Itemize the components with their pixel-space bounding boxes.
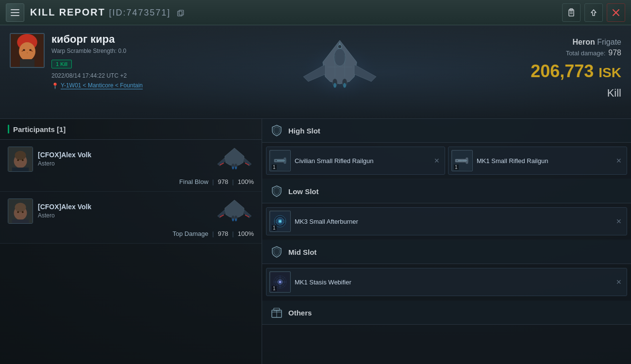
clipboard-icon xyxy=(567,8,576,17)
ship-type: Frigate xyxy=(597,38,621,46)
svg-point-29 xyxy=(338,45,342,49)
others-icon xyxy=(270,306,283,319)
victim-text: киборг кира Warp Scramble Strength: 0.0 … xyxy=(51,33,165,89)
location-text: Y-1W01 < Manticore < Fountain xyxy=(61,82,143,89)
mid-slot-header: Mid Slot xyxy=(262,240,631,264)
svg-point-58 xyxy=(235,218,237,221)
close-button[interactable] xyxy=(607,3,625,22)
slot-item-qty-low-1: 1 xyxy=(272,225,277,231)
slot-item-name-mid-1: MK1 Stasis Webifier xyxy=(295,279,351,286)
others-header: Others xyxy=(262,301,631,325)
slot-item-remove-high-1[interactable]: ✕ xyxy=(434,157,440,165)
menu-button[interactable] xyxy=(6,3,24,22)
participant-ship-svg-1 xyxy=(215,146,254,172)
header-right: Heron Frigate Total damage: 978 206,773 … xyxy=(515,33,621,111)
slot-item-low-1[interactable]: 1 MK3 Small Afterburner ✕ xyxy=(266,207,627,235)
low-slot-shield-icon xyxy=(270,185,283,198)
participant-ship-svg-2 xyxy=(215,198,254,224)
title-text: KILL REPORT xyxy=(30,7,105,17)
svg-point-24 xyxy=(333,83,336,88)
participant-ship-2: Astero xyxy=(38,212,210,219)
participant-damage-2: 978 xyxy=(218,230,229,237)
close-icon xyxy=(612,9,620,17)
high-slot-title: High Slot xyxy=(288,127,320,135)
kill-location[interactable]: 📍 Y-1W01 < Manticore < Fountain xyxy=(51,82,165,89)
svg-point-33 xyxy=(15,150,26,160)
participant-avatar-1 xyxy=(8,147,33,172)
ship-name: Heron xyxy=(573,38,595,46)
slot-item-text-mid-1: MK1 Stasis Webifier xyxy=(295,278,612,287)
participant-card-1[interactable]: [CFOX]Alex Volk Astero xyxy=(0,140,262,192)
kill-datetime: 2022/08/14 17:44:22 UTC +2 xyxy=(51,72,165,79)
svg-marker-37 xyxy=(225,148,244,166)
participant-bottom-2: Top Damage | 978 | 100% xyxy=(8,228,254,237)
participant-avatar-svg-2 xyxy=(8,199,33,224)
svg-point-42 xyxy=(232,166,234,169)
participants-accent xyxy=(8,125,9,133)
mid-slot-title: Mid Slot xyxy=(288,248,316,256)
svg-point-88 xyxy=(280,281,281,283)
hamburger-line-2 xyxy=(11,12,19,13)
participant-bottom-1: Final Blow | 978 | 100% xyxy=(8,176,254,185)
low-slot-title: Low Slot xyxy=(288,187,319,196)
svg-point-57 xyxy=(232,218,234,221)
participant-role-2: Top Damage xyxy=(173,230,209,237)
participant-damage-1: 978 xyxy=(218,178,229,185)
hamburger-line-1 xyxy=(11,9,19,10)
svg-rect-51 xyxy=(12,219,29,224)
avatar-svg xyxy=(11,33,44,68)
mid-slot-shield-icon xyxy=(270,246,283,258)
participant-ship-img-1 xyxy=(215,146,254,172)
slot-item-icon-mid-1: 1 xyxy=(269,271,291,293)
share-icon xyxy=(589,8,598,17)
svg-point-48 xyxy=(15,202,26,212)
page-title: KILL REPORT [ID:7473571] xyxy=(30,7,562,18)
mid-slot-items: 1 MK1 Stasis Webifier ✕ xyxy=(262,264,631,300)
slot-item-remove-mid-1[interactable]: ✕ xyxy=(616,278,622,286)
total-damage-row: Total damage: 978 xyxy=(566,49,621,59)
mid-slot-section: Mid Slot xyxy=(262,240,631,300)
left-panel: Participants [1] xyxy=(0,119,262,364)
total-damage-value: 978 xyxy=(608,49,621,57)
svg-point-34 xyxy=(17,159,19,161)
slot-item-icon-low-1: 1 xyxy=(269,211,291,232)
svg-point-77 xyxy=(280,221,281,222)
participant-ship-1: Astero xyxy=(38,160,210,167)
participant-text-2: [CFOX]Alex Volk Astero xyxy=(38,203,210,219)
ship-svg xyxy=(289,33,391,111)
slot-item-high-1[interactable]: 1 Civilian Small Rifled Railgun ✕ xyxy=(266,147,445,175)
svg-rect-16 xyxy=(20,59,34,68)
participants-title: Participants [1] xyxy=(13,125,66,133)
others-title: Others xyxy=(288,309,312,317)
victim-warp-scramble: Warp Scramble Strength: 0.0 xyxy=(51,48,165,54)
top-bar-actions xyxy=(562,3,625,22)
victim-info: киборг кира Warp Scramble Strength: 0.0 … xyxy=(10,33,165,111)
location-pin-icon: 📍 xyxy=(51,83,59,89)
participant-text-1: [CFOX]Alex Volk Astero xyxy=(38,151,210,167)
participant-name-1: [CFOX]Alex Volk xyxy=(38,151,210,159)
ship-display xyxy=(165,33,515,111)
isk-suffix: ISK xyxy=(598,65,621,80)
slot-item-icon-high-1: 1 xyxy=(269,150,291,171)
participant-percent-2: 100% xyxy=(238,230,254,237)
svg-point-49 xyxy=(17,211,19,213)
share-button[interactable] xyxy=(584,3,603,22)
slot-item-remove-low-1[interactable]: ✕ xyxy=(616,217,622,225)
slot-item-remove-high-2[interactable]: ✕ xyxy=(616,157,622,165)
separator-4: | xyxy=(232,230,233,237)
slot-item-high-2[interactable]: 1 MK1 Small Rifled Railgun ✕ xyxy=(448,147,627,175)
slot-item-mid-1[interactable]: 1 MK1 Stasis Webifier ✕ xyxy=(266,268,627,296)
participant-ship-img-2 xyxy=(215,198,254,224)
participant-card-2[interactable]: [CFOX]Alex Volk Astero xyxy=(0,192,262,244)
isk-value-display: 206,773 ISK xyxy=(531,63,621,80)
participant-percent-1: 100% xyxy=(238,178,254,185)
kill-badge: 1 Kill xyxy=(51,60,72,68)
slot-item-text-high-1: Civilian Small Rifled Railgun xyxy=(295,156,430,165)
high-slot-section: High Slot 1 xyxy=(262,119,631,179)
copy-icon[interactable] xyxy=(177,10,184,17)
low-slot-icon xyxy=(270,184,283,198)
clipboard-button[interactable] xyxy=(562,3,581,22)
svg-point-50 xyxy=(22,211,24,213)
svg-point-35 xyxy=(22,159,24,161)
participant-avatar-svg-1 xyxy=(8,147,33,172)
